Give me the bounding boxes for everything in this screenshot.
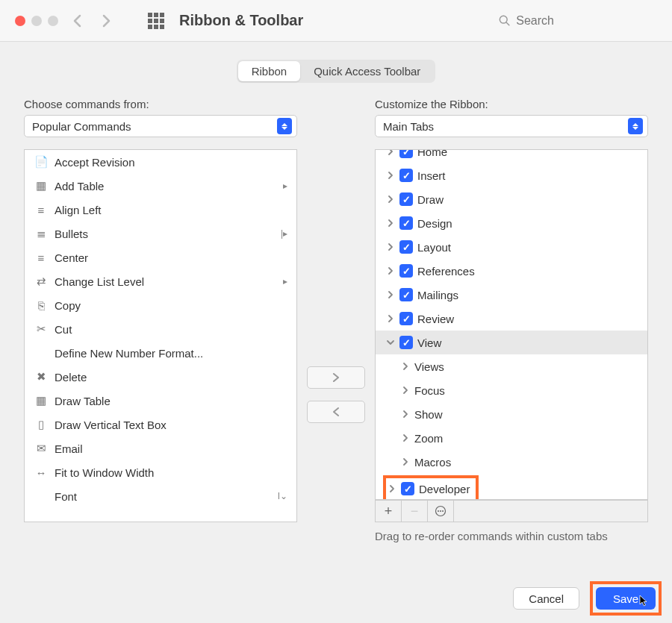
command-row[interactable]: ✖Delete: [25, 365, 296, 389]
select-caret-icon: [277, 118, 292, 134]
command-label: Fit to Window Width: [55, 466, 154, 479]
customize-ribbon-select[interactable]: Main Tabs: [375, 115, 648, 137]
disclosure-icon[interactable]: [385, 289, 396, 301]
tab-row[interactable]: ✓Layout: [376, 235, 647, 259]
add-command-button[interactable]: [307, 366, 365, 389]
tab-subrow[interactable]: Macros: [376, 450, 647, 474]
tab-subrow[interactable]: Show: [376, 402, 647, 426]
command-label: Font: [55, 490, 77, 503]
tab-quick-access-toolbar[interactable]: Quick Access Toolbar: [300, 61, 434, 81]
command-row[interactable]: ▦Add Table▸: [25, 174, 296, 198]
choose-commands-select[interactable]: Popular Commands: [24, 115, 297, 137]
checkbox[interactable]: ✓: [399, 264, 413, 278]
tab-label: View: [417, 336, 441, 349]
command-row[interactable]: ▦Draw Table: [25, 389, 296, 413]
tab-label: Layout: [417, 241, 451, 254]
command-icon: ⇄: [34, 274, 49, 289]
checkbox[interactable]: ✓: [399, 312, 413, 325]
tab-label: References: [417, 265, 475, 278]
command-label: Center: [55, 251, 88, 264]
search-field[interactable]: [493, 10, 657, 32]
command-label: Add Table: [55, 180, 104, 192]
tab-row[interactable]: ✓View: [376, 331, 647, 354]
tab-sublabel: Macros: [414, 456, 451, 469]
command-icon: ✖: [34, 369, 49, 384]
remove-tab-button[interactable]: −: [402, 501, 428, 522]
svg-point-0: [500, 16, 507, 23]
command-row[interactable]: ≡Center: [25, 245, 296, 269]
tab-sublabel: Views: [414, 360, 444, 373]
command-row[interactable]: ✂Cut: [25, 317, 296, 341]
forward-button[interactable]: [97, 12, 115, 30]
tab-row[interactable]: ✓Developer: [376, 474, 647, 500]
tab-row[interactable]: ✓References: [376, 259, 647, 283]
command-row[interactable]: 📄Accept Revision: [25, 150, 296, 174]
tab-row[interactable]: ✓Design: [376, 211, 647, 235]
command-row[interactable]: ⎘Copy: [25, 293, 296, 317]
command-icon: 📄: [34, 154, 49, 169]
more-options-button[interactable]: [428, 501, 454, 522]
search-icon: [499, 14, 510, 27]
command-label: Align Left: [55, 204, 102, 216]
disclosure-icon[interactable]: [399, 432, 411, 444]
checkbox[interactable]: ✓: [399, 149, 413, 158]
checkbox[interactable]: ✓: [399, 288, 413, 301]
command-row[interactable]: ▯Draw Vertical Text Box: [25, 413, 296, 436]
command-row[interactable]: ⇄Change List Level▸: [25, 269, 296, 293]
command-row[interactable]: ≣Bullets|▸: [25, 222, 296, 245]
checkbox[interactable]: ✓: [399, 240, 413, 254]
checkbox[interactable]: ✓: [399, 336, 413, 349]
save-button[interactable]: Save: [596, 587, 656, 610]
svg-line-1: [506, 22, 509, 25]
command-label: Copy: [55, 299, 81, 312]
zoom-window-button[interactable]: [48, 16, 58, 26]
commands-listbox[interactable]: 📄Accept Revision▦Add Table▸≡Align Left≣B…: [24, 149, 297, 522]
disclosure-icon[interactable]: [386, 483, 398, 495]
command-label: Draw Table: [55, 395, 111, 407]
checkbox[interactable]: ✓: [401, 482, 414, 495]
tab-row[interactable]: ✓Home: [376, 149, 647, 163]
add-tab-button[interactable]: +: [376, 501, 402, 522]
disclosure-icon[interactable]: [385, 193, 396, 205]
disclosure-icon[interactable]: [399, 384, 411, 396]
search-input[interactable]: [514, 13, 651, 28]
tab-row[interactable]: ✓Review: [376, 307, 647, 331]
checkbox[interactable]: ✓: [399, 169, 413, 182]
disclosure-icon[interactable]: [385, 265, 396, 277]
disclosure-icon[interactable]: [385, 217, 396, 229]
tab-subrow[interactable]: Focus: [376, 378, 647, 402]
disclosure-icon[interactable]: [385, 313, 396, 325]
tab-subrow[interactable]: Zoom: [376, 426, 647, 450]
tab-subrow[interactable]: Views: [376, 354, 647, 378]
disclosure-icon[interactable]: [385, 336, 396, 348]
command-icon: ✂: [34, 322, 49, 336]
tab-row[interactable]: ✓Mailings: [376, 283, 647, 307]
apps-grid-icon[interactable]: [148, 13, 164, 29]
tab-row[interactable]: ✓Insert: [376, 163, 647, 187]
command-row[interactable]: ↔Fit to Window Width: [25, 460, 296, 484]
disclosure-icon[interactable]: [399, 408, 411, 420]
tab-ribbon[interactable]: Ribbon: [238, 61, 301, 81]
minimize-window-button[interactable]: [31, 16, 42, 26]
back-button[interactable]: [69, 12, 87, 30]
tab-label: Insert: [417, 169, 446, 182]
checkbox[interactable]: ✓: [399, 192, 413, 206]
command-row[interactable]: Define New Number Format...: [25, 341, 296, 365]
command-row[interactable]: ✉Email: [25, 436, 296, 460]
disclosure-icon[interactable]: [385, 241, 396, 253]
disclosure-icon[interactable]: [385, 149, 396, 157]
svg-point-5: [442, 510, 444, 512]
command-row[interactable]: FontI⌄: [25, 484, 296, 508]
remove-command-button[interactable]: [307, 401, 365, 423]
command-icon: ≡: [34, 202, 49, 217]
tab-row[interactable]: ✓Draw: [376, 187, 647, 211]
disclosure-icon[interactable]: [399, 360, 411, 372]
command-row[interactable]: ≡Align Left: [25, 198, 296, 222]
disclosure-icon[interactable]: [399, 456, 411, 468]
checkbox[interactable]: ✓: [399, 216, 413, 230]
disclosure-icon[interactable]: [385, 169, 396, 181]
tabs-listbox[interactable]: ✓Home✓Insert✓Draw✓Design✓Layout✓Referenc…: [375, 149, 648, 500]
close-window-button[interactable]: [15, 16, 25, 26]
cancel-button[interactable]: Cancel: [513, 587, 579, 610]
tab-label: Developer: [419, 483, 470, 495]
